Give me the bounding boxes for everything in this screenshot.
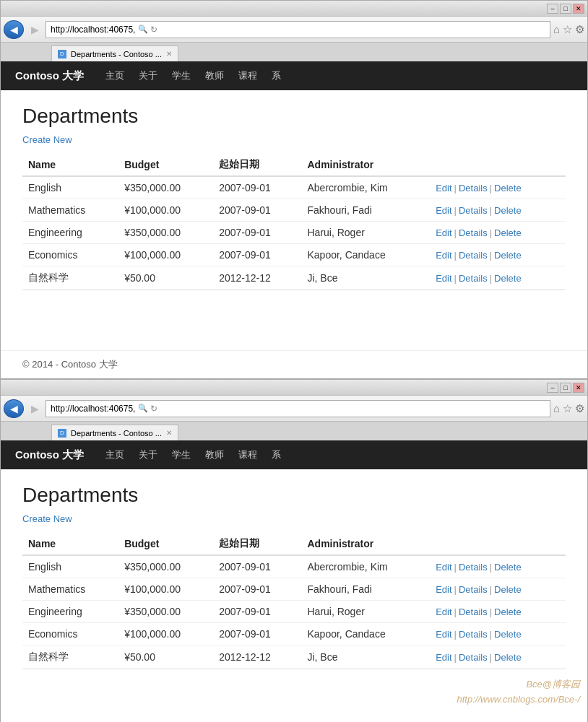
tab-close-button-1[interactable]: ✕ (166, 50, 172, 58)
close-button-1[interactable]: ✕ (573, 4, 584, 14)
toolbar-1: ◀ ▶ http://localhost:40675, 🔍 ↻ ⌂ ☆ ⚙ (1, 17, 587, 43)
refresh-icon-1[interactable]: ↻ (150, 25, 157, 35)
nav-teachers-1[interactable]: 教师 (205, 69, 224, 82)
delete-link-0[interactable]: Delete (494, 562, 522, 573)
create-new-link-2[interactable]: Create New (22, 513, 72, 524)
separator-1-2: | (454, 606, 457, 617)
maximize-button-2[interactable]: □ (560, 383, 571, 393)
nav-courses-2[interactable]: 课程 (238, 448, 257, 461)
tab-favicon-1: D (58, 50, 66, 58)
separator-2-1: | (490, 584, 492, 595)
minimize-button-2[interactable]: – (547, 383, 558, 393)
dept-name-1: Mathematics (22, 578, 118, 601)
edit-link-3[interactable]: Edit (436, 250, 451, 261)
separator-1-0: | (454, 562, 457, 573)
forward-button-1[interactable]: ▶ (27, 22, 43, 38)
delete-link-3[interactable]: Delete (494, 629, 522, 640)
back-button-1[interactable]: ◀ (4, 20, 24, 39)
home-icon-1[interactable]: ⌂ (553, 23, 560, 36)
edit-link-4[interactable]: Edit (436, 273, 451, 284)
search-icon-1[interactable]: 🔍 (138, 25, 148, 35)
minimize-button-1[interactable]: – (547, 4, 558, 14)
toolbar-2: ◀ ▶ http://localhost:40675, 🔍 ↻ ⌂ ☆ ⚙ (1, 396, 587, 422)
nav-home-1[interactable]: 主页 (105, 69, 124, 82)
address-bar-2[interactable]: http://localhost:40675, 🔍 ↻ (46, 400, 550, 417)
separator-1-1: | (454, 584, 457, 595)
edit-link-2[interactable]: Edit (436, 606, 451, 617)
details-link-4[interactable]: Details (459, 273, 488, 284)
details-link-4[interactable]: Details (459, 652, 488, 663)
dept-date-3: 2007-09-01 (213, 623, 301, 645)
dept-name-3: Economics (22, 623, 118, 645)
content-area-2: Departments Create New Name Budget 起始日期 … (1, 469, 587, 722)
edit-link-1[interactable]: Edit (436, 584, 451, 595)
details-link-0[interactable]: Details (459, 562, 488, 573)
details-link-0[interactable]: Details (459, 183, 488, 193)
table-row: Economics ¥100,000.00 2007-09-01 Kapoor,… (22, 244, 566, 266)
delete-link-2[interactable]: Delete (494, 227, 522, 238)
edit-link-2[interactable]: Edit (436, 227, 451, 238)
browser-tab-2[interactable]: D Departments - Contoso ... ✕ (51, 425, 178, 440)
nav-about-1[interactable]: 关于 (139, 69, 157, 82)
edit-link-0[interactable]: Edit (436, 183, 451, 193)
edit-link-1[interactable]: Edit (436, 205, 451, 216)
col-admin-2: Administrator (301, 533, 430, 555)
table-row: 自然科学 ¥50.00 2012-12-12 Ji, Bce Edit | De… (22, 266, 566, 290)
nav-students-2[interactable]: 学生 (172, 448, 191, 461)
close-button-2[interactable]: ✕ (573, 383, 584, 393)
delete-link-4[interactable]: Delete (494, 652, 522, 663)
edit-link-0[interactable]: Edit (436, 562, 451, 573)
create-new-link-1[interactable]: Create New (22, 134, 72, 145)
details-link-3[interactable]: Details (459, 250, 488, 261)
table-row: Mathematics ¥100,000.00 2007-09-01 Fakho… (22, 199, 566, 222)
dept-budget-0: ¥350,000.00 (118, 176, 213, 199)
details-link-1[interactable]: Details (459, 584, 488, 595)
nav-teachers-2[interactable]: 教师 (205, 448, 224, 461)
browser-tab-1[interactable]: D Departments - Contoso ... ✕ (51, 45, 178, 61)
col-budget-1: Budget (118, 154, 213, 176)
home-icon-2[interactable]: ⌂ (553, 402, 560, 415)
dept-admin-4: Ji, Bce (301, 645, 430, 669)
details-link-2[interactable]: Details (459, 227, 488, 238)
delete-link-2[interactable]: Delete (494, 606, 522, 617)
favorites-icon-1[interactable]: ☆ (563, 23, 572, 36)
delete-link-4[interactable]: Delete (494, 273, 522, 284)
nav-home-2[interactable]: 主页 (105, 448, 124, 461)
settings-icon-2[interactable]: ⚙ (575, 402, 584, 415)
delete-link-3[interactable]: Delete (494, 250, 522, 261)
page-title-2: Departments (22, 484, 566, 507)
col-actions-1 (430, 154, 566, 176)
back-button-2[interactable]: ◀ (4, 399, 24, 418)
edit-link-3[interactable]: Edit (436, 629, 451, 640)
edit-link-4[interactable]: Edit (436, 652, 451, 663)
refresh-icon-2[interactable]: ↻ (150, 404, 157, 414)
nav-departments-2[interactable]: 系 (272, 448, 281, 461)
site-footer-1: © 2014 - Contoso 大学 (1, 350, 587, 378)
search-icon-2[interactable]: 🔍 (138, 404, 148, 414)
forward-button-2[interactable]: ▶ (27, 401, 43, 417)
nav-about-2[interactable]: 关于 (139, 448, 157, 461)
delete-link-1[interactable]: Delete (494, 205, 522, 216)
delete-link-0[interactable]: Delete (494, 183, 522, 193)
details-link-1[interactable]: Details (459, 205, 488, 216)
site-brand-1: Contoso 大学 (15, 69, 84, 83)
nav-students-1[interactable]: 学生 (172, 69, 191, 82)
address-bar-1[interactable]: http://localhost:40675, 🔍 ↻ (46, 21, 550, 38)
dept-admin-1: Fakhouri, Fadi (301, 578, 430, 601)
maximize-button-1[interactable]: □ (560, 4, 571, 14)
details-link-2[interactable]: Details (459, 606, 488, 617)
site-nav-2: Contoso 大学 主页 关于 学生 教师 课程 系 (1, 440, 587, 469)
favorites-icon-2[interactable]: ☆ (563, 402, 572, 415)
tab-close-button-2[interactable]: ✕ (166, 429, 172, 437)
dept-actions-4: Edit | Details | Delete (430, 266, 566, 290)
details-link-3[interactable]: Details (459, 629, 488, 640)
dept-budget-2: ¥350,000.00 (118, 222, 213, 244)
settings-icon-1[interactable]: ⚙ (575, 23, 584, 36)
nav-courses-1[interactable]: 课程 (238, 69, 257, 82)
delete-link-1[interactable]: Delete (494, 584, 522, 595)
nav-departments-1[interactable]: 系 (272, 69, 281, 82)
dept-actions-3: Edit | Details | Delete (430, 623, 566, 645)
site-content-1: Departments Create New Name Budget 起始日期 … (1, 90, 587, 350)
table-row: Mathematics ¥100,000.00 2007-09-01 Fakho… (22, 578, 566, 601)
dept-actions-3: Edit | Details | Delete (430, 244, 566, 266)
